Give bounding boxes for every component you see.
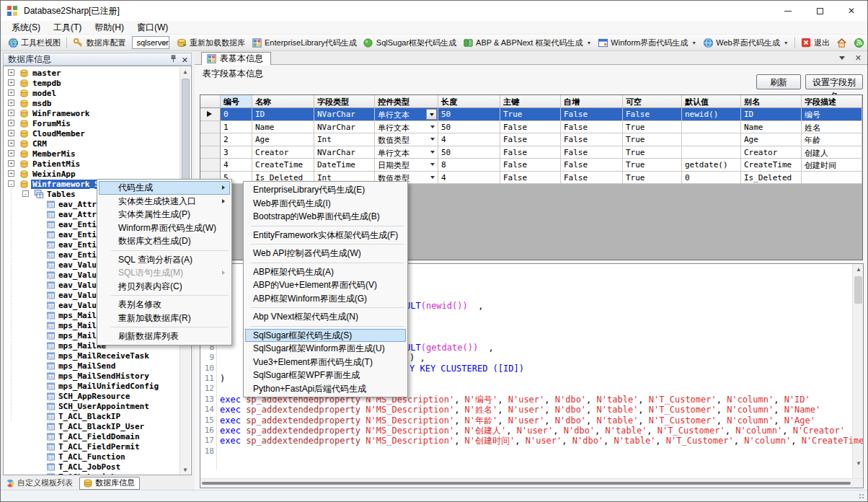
winform-codegen-button[interactable]: Winform界面代码生成▼ bbox=[594, 36, 699, 49]
menubar-item[interactable]: 帮助(H) bbox=[88, 20, 130, 35]
grid-cell[interactable]: Creator bbox=[252, 146, 314, 159]
menu-item[interactable]: EntityFramework实体框架代码生成(F) bbox=[245, 229, 406, 242]
grid-cell[interactable]: False bbox=[500, 121, 561, 134]
tree-item[interactable]: +master bbox=[4, 68, 180, 78]
menu-item[interactable]: ABP框架代码生成(A) bbox=[245, 265, 406, 279]
tree-item[interactable]: T_ACL_FieldPermit bbox=[4, 441, 180, 452]
grid-cell[interactable]: 单行文本 bbox=[375, 121, 438, 134]
grid-cell[interactable]: True bbox=[500, 108, 561, 121]
grid-cell[interactable]: False bbox=[500, 146, 561, 159]
grid-cell[interactable]: NVarChar bbox=[314, 146, 375, 159]
exit-button[interactable]: 退出 bbox=[797, 36, 833, 49]
menu-item[interactable]: Vue3+Element界面代码生成(T) bbox=[245, 356, 406, 369]
grid-cell[interactable]: 数值类型 bbox=[375, 133, 438, 146]
grid-cell[interactable]: 年龄 bbox=[802, 133, 862, 146]
table-row[interactable]: 3CreatorNVarChar单行文本50FalseFalseTrueCrea… bbox=[200, 146, 862, 159]
editor-hscrollbar[interactable] bbox=[200, 478, 863, 488]
menu-item[interactable]: 实体类生成快速入口 bbox=[99, 195, 230, 208]
menu-item[interactable]: Web API控制器代码生成(W) bbox=[245, 247, 406, 260]
grid-cell[interactable]: 50 bbox=[438, 121, 500, 134]
scroll-up-icon[interactable]: ▲ bbox=[182, 69, 189, 76]
tree-item[interactable]: T_ACL_BlackIP_User bbox=[4, 421, 180, 431]
row-header[interactable] bbox=[200, 159, 221, 172]
dropdown-arrow-icon[interactable]: ▼ bbox=[784, 40, 789, 45]
column-header[interactable]: 别名 bbox=[741, 95, 802, 108]
combo-dropdown-button[interactable] bbox=[426, 109, 437, 120]
menu-item[interactable]: ABP框架Winform界面生成(G) bbox=[245, 292, 406, 306]
expander-icon[interactable]: + bbox=[8, 130, 14, 136]
column-header[interactable]: 长度 bbox=[438, 95, 500, 108]
column-header[interactable]: 字段描述 bbox=[802, 95, 862, 108]
grid-cell[interactable]: True bbox=[623, 159, 682, 172]
grid-cell[interactable]: ID bbox=[252, 108, 314, 121]
expander-icon[interactable]: + bbox=[8, 170, 14, 177]
menu-item[interactable]: EnterpriseLibrary代码生成(E) bbox=[245, 183, 406, 197]
pin-icon[interactable] bbox=[169, 55, 177, 65]
grid-cell[interactable]: 50 bbox=[438, 146, 500, 159]
combo-arrow-icon[interactable] bbox=[430, 138, 435, 141]
grid-cell[interactable]: Age bbox=[252, 133, 314, 146]
menubar-item[interactable]: 系统(S) bbox=[5, 20, 47, 35]
grid-cell[interactable]: newid() bbox=[682, 108, 741, 121]
grid-cell[interactable]: 1 bbox=[221, 121, 252, 134]
tree-item[interactable]: T_ACL_BlackIP bbox=[4, 411, 180, 421]
grid-cell[interactable]: Creator bbox=[741, 146, 802, 159]
menubar-item[interactable]: 窗口(W) bbox=[130, 20, 174, 35]
scrollbar-thumb[interactable] bbox=[202, 482, 851, 485]
grid-cell[interactable]: 8 bbox=[438, 159, 500, 172]
grid-cell[interactable]: False bbox=[561, 172, 623, 185]
column-header[interactable]: 默认值 bbox=[682, 95, 741, 108]
grid-cell[interactable]: NVarChar bbox=[314, 108, 375, 121]
row-header[interactable] bbox=[200, 146, 221, 159]
menu-item[interactable]: 数据库文档生成(D) bbox=[99, 234, 230, 248]
combo-arrow-icon[interactable] bbox=[430, 163, 435, 166]
tab-table-basic-info[interactable]: 表基本信息 bbox=[201, 52, 271, 65]
menu-item[interactable]: 代码生成 bbox=[99, 181, 230, 195]
tree-item[interactable]: +WeixinApp bbox=[4, 169, 180, 179]
grid-cell[interactable]: True bbox=[623, 121, 682, 134]
grid-cell[interactable]: True bbox=[623, 133, 682, 146]
expander-icon[interactable]: + bbox=[8, 100, 14, 106]
tree-item[interactable]: mps_MailSendHistory bbox=[4, 371, 180, 381]
table-row[interactable]: 4CreateTimeDateTime日期类型8FalseFalseTruege… bbox=[200, 159, 862, 172]
expander-icon[interactable]: + bbox=[8, 160, 14, 167]
grid-cell[interactable]: 单行文本 bbox=[375, 146, 438, 159]
tree-item[interactable]: T_ACL_FieldDomain bbox=[4, 431, 180, 441]
menu-item[interactable]: SQL 查询分析器(A) bbox=[99, 253, 230, 267]
grid-cell[interactable]: True bbox=[623, 146, 682, 159]
grid-cell[interactable] bbox=[682, 146, 741, 159]
home-button[interactable] bbox=[833, 36, 850, 49]
editor-vscrollbar[interactable]: ▲ ▼ bbox=[852, 264, 863, 479]
menu-item[interactable]: SQL语句生成(M) bbox=[99, 266, 230, 280]
column-header[interactable]: 名称 bbox=[252, 95, 314, 108]
web-codegen-button[interactable]: Web界面代码生成▼ bbox=[699, 36, 791, 49]
menu-item[interactable]: Web界面代码生成(I) bbox=[245, 197, 406, 211]
grid-cell[interactable]: Int bbox=[314, 133, 375, 146]
menu-item[interactable]: Python+FastApi后端代码生成 bbox=[245, 382, 406, 396]
menu-item[interactable]: Bootstrap的Web界面代码生成(B) bbox=[245, 210, 406, 224]
scroll-down-icon[interactable]: ▼ bbox=[855, 460, 862, 467]
grid-cell[interactable]: getdate() bbox=[682, 159, 741, 172]
expander-icon[interactable]: + bbox=[8, 150, 14, 157]
table-row[interactable]: 0IDNVarChar单行文本50TrueFalseFalsenewid()ID… bbox=[200, 108, 862, 121]
table-row[interactable]: 1NameNVarChar单行文本50FalseFalseTrueName姓名 bbox=[200, 121, 862, 134]
scrollbar-thumb[interactable] bbox=[854, 276, 862, 304]
minimize-button[interactable] bbox=[772, 1, 804, 21]
grid-cell[interactable]: 创建时间 bbox=[802, 159, 862, 172]
panel-close-icon[interactable]: ✕ bbox=[182, 56, 188, 64]
tree-item[interactable]: +model bbox=[4, 88, 180, 98]
refresh-button[interactable]: 刷新 bbox=[756, 74, 801, 89]
grid-cell[interactable]: DateTime bbox=[314, 159, 375, 172]
tree-item[interactable]: mps_MailUnifiedConfig bbox=[4, 381, 180, 391]
grid-cell[interactable]: Is_Deleted bbox=[741, 172, 802, 185]
grid-corner-cell[interactable] bbox=[200, 95, 221, 108]
tree-item[interactable]: +ForumMis bbox=[4, 118, 180, 128]
grid-cell[interactable]: False bbox=[561, 121, 623, 134]
grid-cell[interactable]: ID bbox=[741, 108, 802, 121]
expander-icon[interactable]: - bbox=[8, 180, 14, 187]
column-header[interactable]: 主键 bbox=[500, 95, 561, 108]
tree-item[interactable]: T_ACL_JobPost bbox=[4, 462, 180, 472]
menu-item[interactable]: SqlSugar框架WPF界面生成 bbox=[245, 369, 406, 382]
expander-icon[interactable]: + bbox=[8, 110, 14, 116]
scroll-up-icon[interactable]: ▲ bbox=[855, 266, 862, 273]
